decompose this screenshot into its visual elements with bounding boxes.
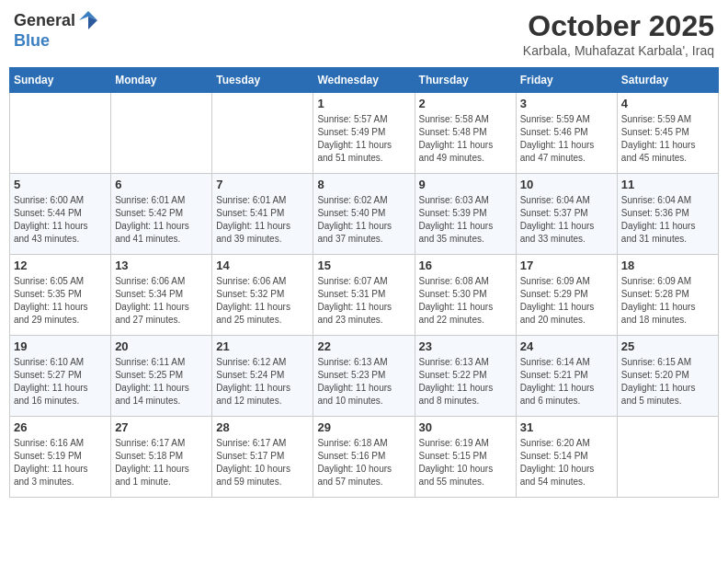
day-info: Sunrise: 6:12 AM Sunset: 5:24 PM Dayligh… bbox=[216, 356, 309, 408]
day-number: 31 bbox=[520, 420, 613, 434]
day-number: 12 bbox=[14, 259, 107, 272]
calendar-cell: 2Sunrise: 5:58 AM Sunset: 5:48 PM Daylig… bbox=[415, 93, 516, 174]
calendar-cell: 9Sunrise: 6:03 AM Sunset: 5:39 PM Daylig… bbox=[415, 174, 516, 255]
day-info: Sunrise: 6:19 AM Sunset: 5:15 PM Dayligh… bbox=[419, 437, 512, 488]
day-number: 4 bbox=[621, 97, 714, 110]
calendar-cell: 20Sunrise: 6:11 AM Sunset: 5:25 PM Dayli… bbox=[111, 336, 212, 417]
day-info: Sunrise: 6:01 AM Sunset: 5:42 PM Dayligh… bbox=[115, 194, 208, 246]
calendar-cell: 21Sunrise: 6:12 AM Sunset: 5:24 PM Dayli… bbox=[212, 336, 313, 417]
calendar-cell: 12Sunrise: 6:05 AM Sunset: 5:35 PM Dayli… bbox=[10, 255, 111, 336]
day-number: 5 bbox=[14, 178, 107, 191]
calendar-body: 1Sunrise: 5:57 AM Sunset: 5:49 PM Daylig… bbox=[10, 93, 719, 498]
day-info: Sunrise: 6:10 AM Sunset: 5:27 PM Dayligh… bbox=[14, 356, 107, 408]
calendar-header-row: SundayMondayTuesdayWednesdayThursdayFrid… bbox=[10, 68, 719, 93]
calendar-cell bbox=[617, 417, 718, 498]
day-info: Sunrise: 6:16 AM Sunset: 5:19 PM Dayligh… bbox=[14, 437, 107, 488]
calendar-cell: 25Sunrise: 6:15 AM Sunset: 5:20 PM Dayli… bbox=[617, 336, 718, 417]
calendar-header-sunday: Sunday bbox=[10, 68, 111, 93]
calendar-header-friday: Friday bbox=[516, 68, 617, 93]
day-number: 6 bbox=[115, 178, 208, 191]
logo: General Blue bbox=[14, 9, 99, 51]
day-number: 21 bbox=[216, 339, 309, 353]
day-info: Sunrise: 6:01 AM Sunset: 5:41 PM Dayligh… bbox=[216, 194, 309, 246]
calendar-cell: 4Sunrise: 5:59 AM Sunset: 5:45 PM Daylig… bbox=[617, 93, 718, 174]
day-info: Sunrise: 6:20 AM Sunset: 5:14 PM Dayligh… bbox=[520, 437, 613, 488]
calendar-header-saturday: Saturday bbox=[617, 68, 718, 93]
calendar-cell bbox=[10, 93, 111, 174]
calendar-cell: 10Sunrise: 6:04 AM Sunset: 5:37 PM Dayli… bbox=[516, 174, 617, 255]
day-info: Sunrise: 6:06 AM Sunset: 5:32 PM Dayligh… bbox=[216, 275, 309, 327]
day-info: Sunrise: 6:11 AM Sunset: 5:25 PM Dayligh… bbox=[115, 356, 208, 408]
calendar-cell: 1Sunrise: 5:57 AM Sunset: 5:49 PM Daylig… bbox=[313, 93, 415, 174]
day-number: 19 bbox=[14, 339, 107, 353]
location: Karbala, Muhafazat Karbala', Iraq bbox=[523, 43, 714, 58]
calendar-cell: 23Sunrise: 6:13 AM Sunset: 5:22 PM Dayli… bbox=[415, 336, 516, 417]
day-number: 8 bbox=[317, 178, 410, 191]
calendar-header-thursday: Thursday bbox=[415, 68, 516, 93]
calendar-week-row: 1Sunrise: 5:57 AM Sunset: 5:49 PM Daylig… bbox=[10, 93, 719, 174]
calendar-week-row: 19Sunrise: 6:10 AM Sunset: 5:27 PM Dayli… bbox=[10, 336, 719, 417]
day-number: 24 bbox=[520, 339, 613, 353]
calendar-cell: 8Sunrise: 6:02 AM Sunset: 5:40 PM Daylig… bbox=[313, 174, 415, 255]
calendar-cell: 26Sunrise: 6:16 AM Sunset: 5:19 PM Dayli… bbox=[10, 417, 111, 498]
day-info: Sunrise: 6:03 AM Sunset: 5:39 PM Dayligh… bbox=[419, 194, 512, 246]
calendar-cell: 14Sunrise: 6:06 AM Sunset: 5:32 PM Dayli… bbox=[212, 255, 313, 336]
day-info: Sunrise: 5:57 AM Sunset: 5:49 PM Dayligh… bbox=[317, 113, 410, 165]
logo-general: General bbox=[14, 11, 75, 30]
day-number: 14 bbox=[216, 259, 309, 272]
day-number: 9 bbox=[419, 178, 512, 191]
day-number: 15 bbox=[317, 259, 410, 272]
logo-icon bbox=[77, 9, 99, 31]
day-number: 10 bbox=[520, 178, 613, 191]
calendar-cell bbox=[111, 93, 212, 174]
day-info: Sunrise: 6:06 AM Sunset: 5:34 PM Dayligh… bbox=[115, 275, 208, 327]
day-info: Sunrise: 6:08 AM Sunset: 5:30 PM Dayligh… bbox=[419, 275, 512, 327]
day-info: Sunrise: 6:04 AM Sunset: 5:37 PM Dayligh… bbox=[520, 194, 613, 246]
calendar-cell: 22Sunrise: 6:13 AM Sunset: 5:23 PM Dayli… bbox=[313, 336, 415, 417]
day-info: Sunrise: 5:59 AM Sunset: 5:45 PM Dayligh… bbox=[621, 113, 714, 165]
day-number: 11 bbox=[621, 178, 714, 191]
day-info: Sunrise: 6:17 AM Sunset: 5:18 PM Dayligh… bbox=[115, 437, 208, 488]
calendar-cell: 13Sunrise: 6:06 AM Sunset: 5:34 PM Dayli… bbox=[111, 255, 212, 336]
day-info: Sunrise: 6:05 AM Sunset: 5:35 PM Dayligh… bbox=[14, 275, 107, 327]
calendar-cell: 30Sunrise: 6:19 AM Sunset: 5:15 PM Dayli… bbox=[415, 417, 516, 498]
calendar-cell: 29Sunrise: 6:18 AM Sunset: 5:16 PM Dayli… bbox=[313, 417, 415, 498]
day-info: Sunrise: 5:58 AM Sunset: 5:48 PM Dayligh… bbox=[419, 113, 512, 165]
day-number: 26 bbox=[14, 420, 107, 434]
day-info: Sunrise: 6:07 AM Sunset: 5:31 PM Dayligh… bbox=[317, 275, 410, 327]
calendar-week-row: 26Sunrise: 6:16 AM Sunset: 5:19 PM Dayli… bbox=[10, 417, 719, 498]
calendar-cell: 7Sunrise: 6:01 AM Sunset: 5:41 PM Daylig… bbox=[212, 174, 313, 255]
day-info: Sunrise: 6:17 AM Sunset: 5:17 PM Dayligh… bbox=[216, 437, 309, 488]
page-header: General Blue October 2025 Karbala, Muhaf… bbox=[9, 9, 719, 58]
day-info: Sunrise: 6:00 AM Sunset: 5:44 PM Dayligh… bbox=[14, 194, 107, 246]
day-number: 2 bbox=[419, 97, 512, 110]
day-number: 7 bbox=[216, 178, 309, 191]
day-number: 20 bbox=[115, 339, 208, 353]
calendar-cell: 19Sunrise: 6:10 AM Sunset: 5:27 PM Dayli… bbox=[10, 336, 111, 417]
svg-marker-1 bbox=[88, 17, 97, 29]
day-number: 22 bbox=[317, 339, 410, 353]
month-title: October 2025 bbox=[523, 9, 714, 43]
day-info: Sunrise: 6:18 AM Sunset: 5:16 PM Dayligh… bbox=[317, 437, 410, 488]
calendar-cell: 6Sunrise: 6:01 AM Sunset: 5:42 PM Daylig… bbox=[111, 174, 212, 255]
calendar-cell: 5Sunrise: 6:00 AM Sunset: 5:44 PM Daylig… bbox=[10, 174, 111, 255]
calendar-header-wednesday: Wednesday bbox=[313, 68, 415, 93]
day-number: 16 bbox=[419, 259, 512, 272]
calendar-week-row: 12Sunrise: 6:05 AM Sunset: 5:35 PM Dayli… bbox=[10, 255, 719, 336]
calendar-cell: 31Sunrise: 6:20 AM Sunset: 5:14 PM Dayli… bbox=[516, 417, 617, 498]
day-info: Sunrise: 6:09 AM Sunset: 5:29 PM Dayligh… bbox=[520, 275, 613, 327]
calendar-cell: 24Sunrise: 6:14 AM Sunset: 5:21 PM Dayli… bbox=[516, 336, 617, 417]
logo-blue: Blue bbox=[14, 31, 50, 51]
day-number: 17 bbox=[520, 259, 613, 272]
day-number: 27 bbox=[115, 420, 208, 434]
day-info: Sunrise: 5:59 AM Sunset: 5:46 PM Dayligh… bbox=[520, 113, 613, 165]
calendar-cell: 27Sunrise: 6:17 AM Sunset: 5:18 PM Dayli… bbox=[111, 417, 212, 498]
day-number: 3 bbox=[520, 97, 613, 110]
day-info: Sunrise: 6:02 AM Sunset: 5:40 PM Dayligh… bbox=[317, 194, 410, 246]
day-info: Sunrise: 6:13 AM Sunset: 5:22 PM Dayligh… bbox=[419, 356, 512, 408]
calendar-cell: 16Sunrise: 6:08 AM Sunset: 5:30 PM Dayli… bbox=[415, 255, 516, 336]
day-number: 28 bbox=[216, 420, 309, 434]
day-number: 23 bbox=[419, 339, 512, 353]
day-number: 1 bbox=[317, 97, 410, 110]
calendar-header-tuesday: Tuesday bbox=[212, 68, 313, 93]
